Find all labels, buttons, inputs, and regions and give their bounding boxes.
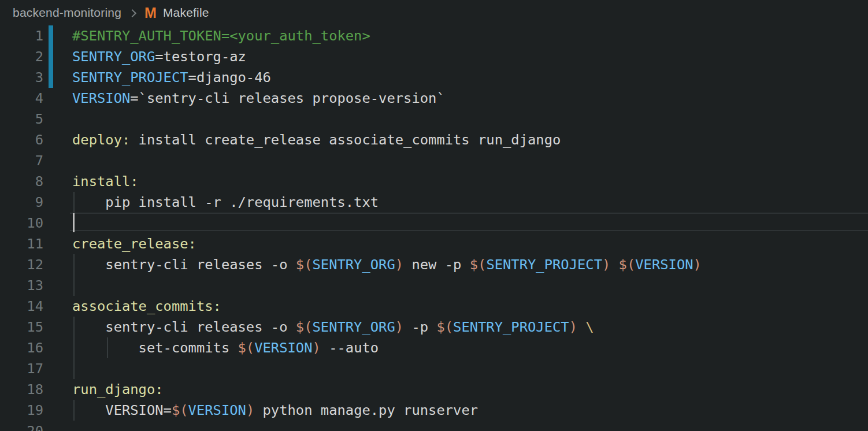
code-line[interactable]: 1#SENTRY_AUTH_TOKEN=<your_auth_token> — [0, 25, 868, 46]
breadcrumb-folder[interactable]: backend-monitoring — [13, 6, 121, 20]
code-token-txt: =`sentry-cli releases propose-version` — [130, 90, 444, 106]
code-token-target: install: — [72, 173, 139, 190]
code-line-text: #SENTRY_AUTH_TOKEN=<your_auth_token> — [72, 25, 370, 46]
code-line-text: SENTRY_ORG=testorg-az — [72, 46, 246, 67]
code-token-var: VERSION — [188, 402, 246, 418]
code-token-punct: $( — [172, 402, 188, 418]
code-line[interactable]: 2SENTRY_ORG=testorg-az — [0, 46, 868, 67]
code-line[interactable]: 12 sentry-cli releases -o $(SENTRY_ORG) … — [0, 254, 868, 275]
line-number: 6 — [0, 129, 43, 150]
code-token-punct: ) — [313, 340, 321, 356]
code-line[interactable]: 20 — [0, 421, 868, 431]
breadcrumb-file[interactable]: Makefile — [163, 6, 209, 20]
code-token-txt — [610, 257, 618, 273]
code-token-punct: $( — [470, 257, 487, 273]
code-token-txt: pip install -r ./requirements.txt — [72, 194, 379, 210]
line-number: 20 — [0, 421, 43, 431]
modified-lines-indicator[interactable] — [49, 25, 53, 46]
line-number: 7 — [0, 150, 43, 171]
code-line[interactable]: 7 — [0, 150, 868, 171]
breadcrumb: backend-monitoring M Makefile — [0, 0, 868, 25]
line-number: 14 — [0, 296, 43, 317]
code-line[interactable]: 4VERSION=`sentry-cli releases propose-ve… — [0, 88, 868, 109]
code-token-txt: new -p — [403, 257, 470, 273]
code-token-txt — [577, 319, 585, 335]
code-token-var: SENTRY_PROJECT — [72, 69, 188, 86]
code-line-text: install: — [72, 171, 139, 192]
code-editor[interactable]: 1#SENTRY_AUTH_TOKEN=<your_auth_token>2SE… — [0, 25, 868, 431]
code-token-var: SENTRY_ORG — [312, 319, 395, 335]
code-token-esc: \ — [585, 319, 593, 335]
code-token-txt: sentry-cli releases -o — [72, 319, 296, 335]
line-number: 4 — [0, 88, 43, 109]
line-number: 3 — [0, 67, 43, 88]
code-token-punct: $( — [436, 319, 453, 335]
code-token-txt: VERSION= — [72, 402, 172, 418]
code-line[interactable]: 3SENTRY_PROJECT=django-46 — [0, 67, 868, 88]
code-token-punct: ) — [602, 257, 610, 273]
code-line[interactable]: 17 — [0, 358, 868, 379]
modified-lines-indicator[interactable] — [49, 67, 53, 88]
line-number: 12 — [0, 254, 43, 275]
makefile-icon: M — [144, 5, 157, 21]
code-line[interactable]: 5 — [0, 109, 868, 129]
code-token-txt: install create_release associate_commits… — [130, 132, 561, 148]
code-token-punct: $( — [619, 257, 636, 273]
code-token-var: SENTRY_PROJECT — [486, 257, 602, 273]
code-token-var: SENTRY_PROJECT — [453, 319, 569, 335]
code-token-punct: ) — [693, 257, 702, 273]
code-line[interactable]: 8install: — [0, 171, 868, 192]
editor-window: backend-monitoring M Makefile 1#SENTRY_A… — [0, 0, 868, 431]
code-line[interactable]: 14associate_commits: — [0, 296, 868, 317]
code-line[interactable]: 15 sentry-cli releases -o $(SENTRY_ORG) … — [0, 317, 868, 337]
line-number: 1 — [0, 25, 43, 46]
modified-lines-indicator[interactable] — [49, 46, 53, 67]
line-number: 16 — [0, 337, 43, 358]
code-token-punct: ) — [395, 257, 403, 273]
code-line-text: associate_commits: — [72, 296, 221, 317]
chevron-right-icon — [128, 9, 136, 17]
text-cursor — [73, 213, 75, 232]
code-token-punct: ) — [395, 319, 403, 335]
line-number: 2 — [0, 46, 43, 67]
code-token-txt: --auto — [321, 340, 379, 356]
line-number: 10 — [0, 213, 43, 233]
code-line[interactable]: 9 pip install -r ./requirements.txt — [0, 192, 868, 213]
line-number: 5 — [0, 109, 43, 129]
code-line[interactable]: 11create_release: — [0, 233, 868, 254]
current-line-highlight — [70, 213, 868, 231]
code-token-target: associate_commits: — [72, 298, 221, 314]
code-token-punct: ) — [246, 402, 254, 418]
code-line-text: sentry-cli releases -o $(SENTRY_ORG) -p … — [72, 317, 594, 337]
code-line-text: pip install -r ./requirements.txt — [72, 192, 379, 213]
line-number: 19 — [0, 400, 43, 421]
line-number: 15 — [0, 317, 43, 337]
line-number: 11 — [0, 233, 43, 254]
code-token-var: SENTRY_ORG — [312, 257, 395, 273]
code-token-punct: $( — [238, 340, 255, 356]
code-token-txt: -p — [403, 319, 436, 335]
code-line[interactable]: 10 — [0, 213, 868, 233]
code-token-txt: sentry-cli releases -o — [72, 257, 296, 273]
indent-guide — [73, 358, 75, 379]
code-line[interactable]: 6deploy: install create_release associat… — [0, 129, 868, 150]
line-number: 9 — [0, 192, 43, 213]
indent-guide — [73, 275, 75, 296]
code-line[interactable]: 19 VERSION=$(VERSION) python manage.py r… — [0, 400, 868, 421]
code-token-txt: python manage.py runserver — [254, 402, 478, 418]
code-line-text: set-commits $(VERSION) --auto — [72, 337, 379, 358]
code-line-text: sentry-cli releases -o $(SENTRY_ORG) new… — [72, 254, 702, 275]
code-line-text: SENTRY_PROJECT=django-46 — [72, 67, 271, 88]
code-token-var: VERSION — [635, 257, 693, 273]
line-number: 18 — [0, 379, 43, 400]
code-line[interactable]: 16 set-commits $(VERSION) --auto — [0, 337, 868, 358]
code-line-text: create_release: — [72, 233, 196, 254]
code-token-comment: #SENTRY_AUTH_TOKEN=<your_auth_token> — [72, 28, 370, 44]
code-line-text: VERSION=$(VERSION) python manage.py runs… — [72, 400, 478, 421]
code-line[interactable]: 18run_django: — [0, 379, 868, 400]
line-number: 17 — [0, 358, 43, 379]
code-token-txt: =django-46 — [188, 69, 271, 86]
code-token-punct: ) — [569, 319, 577, 335]
code-token-target: deploy: — [72, 132, 130, 148]
code-line[interactable]: 13 — [0, 275, 868, 296]
